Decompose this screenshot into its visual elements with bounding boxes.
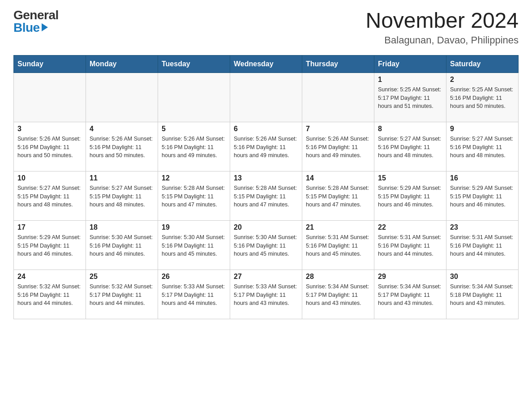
calendar-cell: 26Sunrise: 5:33 AM Sunset: 5:17 PM Dayli… xyxy=(158,270,230,319)
day-number: 13 xyxy=(234,174,298,182)
calendar-cell: 1Sunrise: 5:25 AM Sunset: 5:17 PM Daylig… xyxy=(374,73,446,122)
calendar-week-row: 3Sunrise: 5:26 AM Sunset: 5:16 PM Daylig… xyxy=(14,122,519,171)
day-number: 15 xyxy=(378,174,442,182)
day-info: Sunrise: 5:30 AM Sunset: 5:16 PM Dayligh… xyxy=(234,233,298,258)
day-info: Sunrise: 5:32 AM Sunset: 5:17 PM Dayligh… xyxy=(90,283,154,308)
logo-general-text: General xyxy=(13,9,59,21)
weekday-header: Thursday xyxy=(302,55,374,73)
calendar-cell xyxy=(158,73,230,122)
calendar-header-row: SundayMondayTuesdayWednesdayThursdayFrid… xyxy=(14,55,519,73)
calendar-week-row: 1Sunrise: 5:25 AM Sunset: 5:17 PM Daylig… xyxy=(14,73,519,122)
weekday-header: Tuesday xyxy=(158,55,230,73)
calendar-cell xyxy=(86,73,158,122)
calendar-week-row: 10Sunrise: 5:27 AM Sunset: 5:15 PM Dayli… xyxy=(14,171,519,220)
day-number: 16 xyxy=(450,174,515,182)
calendar-cell: 22Sunrise: 5:31 AM Sunset: 5:16 PM Dayli… xyxy=(374,220,446,270)
day-number: 6 xyxy=(234,125,298,133)
day-info: Sunrise: 5:26 AM Sunset: 5:16 PM Dayligh… xyxy=(90,135,154,160)
calendar-cell: 7Sunrise: 5:26 AM Sunset: 5:16 PM Daylig… xyxy=(302,122,374,171)
weekday-header: Saturday xyxy=(446,55,519,73)
calendar-cell: 4Sunrise: 5:26 AM Sunset: 5:16 PM Daylig… xyxy=(86,122,158,171)
day-info: Sunrise: 5:25 AM Sunset: 5:17 PM Dayligh… xyxy=(378,86,442,111)
calendar-cell: 11Sunrise: 5:27 AM Sunset: 5:15 PM Dayli… xyxy=(86,171,158,220)
day-number: 1 xyxy=(378,76,442,84)
calendar-cell: 13Sunrise: 5:28 AM Sunset: 5:15 PM Dayli… xyxy=(230,171,302,220)
day-info: Sunrise: 5:30 AM Sunset: 5:16 PM Dayligh… xyxy=(90,233,154,258)
day-info: Sunrise: 5:28 AM Sunset: 5:15 PM Dayligh… xyxy=(162,184,226,209)
calendar-table: SundayMondayTuesdayWednesdayThursdayFrid… xyxy=(13,55,519,319)
day-number: 2 xyxy=(450,76,515,84)
logo: General Blue xyxy=(13,9,59,34)
day-number: 22 xyxy=(378,223,442,231)
day-info: Sunrise: 5:27 AM Sunset: 5:16 PM Dayligh… xyxy=(378,135,442,160)
calendar-cell: 6Sunrise: 5:26 AM Sunset: 5:16 PM Daylig… xyxy=(230,122,302,171)
weekday-header: Monday xyxy=(86,55,158,73)
calendar-cell: 15Sunrise: 5:29 AM Sunset: 5:15 PM Dayli… xyxy=(374,171,446,220)
day-info: Sunrise: 5:33 AM Sunset: 5:17 PM Dayligh… xyxy=(162,283,226,308)
day-number: 9 xyxy=(450,125,515,133)
day-info: Sunrise: 5:27 AM Sunset: 5:15 PM Dayligh… xyxy=(90,184,154,209)
day-info: Sunrise: 5:29 AM Sunset: 5:15 PM Dayligh… xyxy=(17,233,82,258)
day-number: 11 xyxy=(90,174,154,182)
day-number: 17 xyxy=(17,223,82,231)
day-info: Sunrise: 5:28 AM Sunset: 5:15 PM Dayligh… xyxy=(306,184,370,209)
day-info: Sunrise: 5:30 AM Sunset: 5:16 PM Dayligh… xyxy=(162,233,226,258)
day-info: Sunrise: 5:27 AM Sunset: 5:15 PM Dayligh… xyxy=(17,184,82,209)
day-number: 18 xyxy=(90,223,154,231)
logo-blue-text: Blue xyxy=(13,21,48,34)
calendar-cell: 8Sunrise: 5:27 AM Sunset: 5:16 PM Daylig… xyxy=(374,122,446,171)
calendar-cell: 16Sunrise: 5:29 AM Sunset: 5:15 PM Dayli… xyxy=(446,171,519,220)
calendar-cell xyxy=(230,73,302,122)
calendar-cell xyxy=(14,73,86,122)
calendar-cell: 19Sunrise: 5:30 AM Sunset: 5:16 PM Dayli… xyxy=(158,220,230,270)
calendar-cell: 24Sunrise: 5:32 AM Sunset: 5:16 PM Dayli… xyxy=(14,270,86,319)
calendar-cell: 27Sunrise: 5:33 AM Sunset: 5:17 PM Dayli… xyxy=(230,270,302,319)
day-info: Sunrise: 5:34 AM Sunset: 5:17 PM Dayligh… xyxy=(306,283,370,308)
day-number: 23 xyxy=(450,223,515,231)
calendar-cell: 5Sunrise: 5:26 AM Sunset: 5:16 PM Daylig… xyxy=(158,122,230,171)
day-number: 7 xyxy=(306,125,370,133)
calendar-cell: 2Sunrise: 5:25 AM Sunset: 5:16 PM Daylig… xyxy=(446,73,519,122)
day-number: 28 xyxy=(306,273,370,281)
day-info: Sunrise: 5:28 AM Sunset: 5:15 PM Dayligh… xyxy=(234,184,298,209)
day-info: Sunrise: 5:27 AM Sunset: 5:16 PM Dayligh… xyxy=(450,135,515,160)
title-section: November 2024 Balagunan, Davao, Philippi… xyxy=(365,9,519,46)
day-info: Sunrise: 5:31 AM Sunset: 5:16 PM Dayligh… xyxy=(450,233,515,258)
day-number: 25 xyxy=(90,273,154,281)
month-title: November 2024 xyxy=(365,9,519,33)
day-number: 29 xyxy=(378,273,442,281)
day-number: 26 xyxy=(162,273,226,281)
day-info: Sunrise: 5:25 AM Sunset: 5:16 PM Dayligh… xyxy=(450,86,515,111)
day-info: Sunrise: 5:29 AM Sunset: 5:15 PM Dayligh… xyxy=(450,184,515,209)
calendar-cell xyxy=(302,73,374,122)
day-number: 4 xyxy=(90,125,154,133)
day-info: Sunrise: 5:34 AM Sunset: 5:17 PM Dayligh… xyxy=(378,283,442,308)
day-number: 3 xyxy=(17,125,82,133)
day-number: 21 xyxy=(306,223,370,231)
day-number: 19 xyxy=(162,223,226,231)
calendar-cell: 10Sunrise: 5:27 AM Sunset: 5:15 PM Dayli… xyxy=(14,171,86,220)
day-number: 30 xyxy=(450,273,515,281)
location-subtitle: Balagunan, Davao, Philippines xyxy=(365,34,519,46)
weekday-header: Sunday xyxy=(14,55,86,73)
calendar-cell: 28Sunrise: 5:34 AM Sunset: 5:17 PM Dayli… xyxy=(302,270,374,319)
day-number: 10 xyxy=(17,174,82,182)
calendar-cell: 30Sunrise: 5:34 AM Sunset: 5:18 PM Dayli… xyxy=(446,270,519,319)
calendar-week-row: 17Sunrise: 5:29 AM Sunset: 5:15 PM Dayli… xyxy=(14,220,519,270)
calendar-cell: 18Sunrise: 5:30 AM Sunset: 5:16 PM Dayli… xyxy=(86,220,158,270)
day-info: Sunrise: 5:33 AM Sunset: 5:17 PM Dayligh… xyxy=(234,283,298,308)
logo-triangle-icon xyxy=(42,23,48,31)
day-number: 24 xyxy=(17,273,82,281)
day-number: 27 xyxy=(234,273,298,281)
day-number: 12 xyxy=(162,174,226,182)
calendar-cell: 17Sunrise: 5:29 AM Sunset: 5:15 PM Dayli… xyxy=(14,220,86,270)
page-header: General Blue November 2024 Balagunan, Da… xyxy=(13,9,519,46)
day-number: 5 xyxy=(162,125,226,133)
day-info: Sunrise: 5:34 AM Sunset: 5:18 PM Dayligh… xyxy=(450,283,515,308)
day-info: Sunrise: 5:29 AM Sunset: 5:15 PM Dayligh… xyxy=(378,184,442,209)
day-info: Sunrise: 5:31 AM Sunset: 5:16 PM Dayligh… xyxy=(378,233,442,258)
day-info: Sunrise: 5:26 AM Sunset: 5:16 PM Dayligh… xyxy=(234,135,298,160)
calendar-cell: 9Sunrise: 5:27 AM Sunset: 5:16 PM Daylig… xyxy=(446,122,519,171)
calendar-cell: 29Sunrise: 5:34 AM Sunset: 5:17 PM Dayli… xyxy=(374,270,446,319)
day-info: Sunrise: 5:26 AM Sunset: 5:16 PM Dayligh… xyxy=(162,135,226,160)
